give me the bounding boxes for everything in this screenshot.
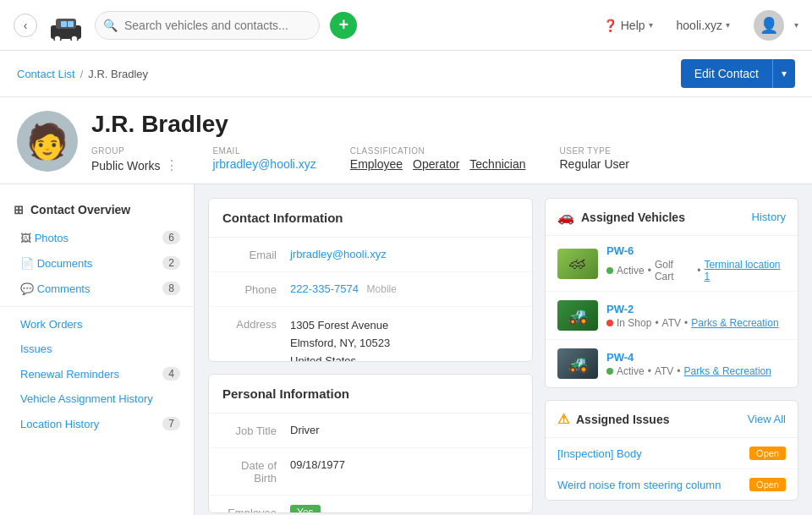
- truck-icon: 🚗: [557, 209, 574, 225]
- domain-button[interactable]: hooli.xyz ▾: [677, 19, 730, 32]
- add-button[interactable]: +: [330, 12, 357, 39]
- vehicle-thumb-pw4: 🚜: [557, 348, 598, 379]
- location-link-pw4[interactable]: Parks & Recreation: [684, 365, 771, 377]
- chevron-down-icon: ▾: [726, 20, 730, 30]
- vehicle-meta-pw6: Active • Golf Cart • Terminal location 1: [606, 259, 786, 282]
- profile-info: J.R. Bradley GROUP Public Works ⋮ EMAIL …: [91, 111, 795, 184]
- user-avatar[interactable]: 👤: [754, 10, 784, 41]
- sidebar-item-documents[interactable]: 📄 Documents 2: [0, 250, 194, 276]
- vehicle-info-pw4: PW-4 Active • ATV • Parks & Recreation: [606, 351, 786, 377]
- edit-contact-button[interactable]: Edit Contact: [681, 59, 772, 88]
- sidebar-comments-count: 8: [162, 282, 180, 295]
- profile-meta: GROUP Public Works ⋮ EMAIL jrbradley@hoo…: [91, 146, 795, 173]
- phone-field-label: Phone: [222, 283, 290, 296]
- issue-link-1[interactable]: Weird noise from steering column: [557, 479, 721, 491]
- classification-technician[interactable]: Technician: [469, 157, 525, 171]
- profile-avatar: 🧑: [17, 111, 78, 172]
- email-link[interactable]: jrbradley@hooli.xyz: [212, 157, 315, 171]
- issue-link-0[interactable]: [Inspection] Body: [557, 447, 642, 460]
- dob-row: Date of Birth 09/18/1977: [209, 448, 532, 496]
- chevron-down-icon: ▾: [649, 20, 653, 30]
- view-all-link[interactable]: View All: [748, 413, 786, 425]
- address-line2: Elmsford, NY, 10523: [290, 335, 518, 353]
- profile-header: 🧑 J.R. Bradley GROUP Public Works ⋮ EMAI…: [0, 97, 812, 184]
- contact-info-title: Contact Information: [209, 199, 532, 238]
- sidebar-location-count: 7: [162, 417, 180, 430]
- more-icon[interactable]: ⋮: [165, 157, 178, 173]
- sidebar-photos-label: 🖼 Photos: [20, 232, 69, 244]
- left-column: Contact Information Email jrbradley@hool…: [208, 198, 533, 513]
- sidebar-item-location-history[interactable]: Location History 7: [0, 411, 194, 436]
- phone-link[interactable]: 222-335-7574: [290, 282, 359, 295]
- sidebar-photos-count: 6: [162, 231, 180, 244]
- right-column: 🚗 Assigned Vehicles History 🏎 PW-6 Activ…: [545, 198, 798, 513]
- edit-contact-button-group[interactable]: Edit Contact ▾: [681, 59, 795, 88]
- group-label: GROUP: [91, 146, 178, 156]
- employee-field-value: Yes: [290, 506, 518, 513]
- address-field-value: 1305 Forest Avenue Elmsford, NY, 10523 U…: [290, 317, 518, 362]
- sidebar-renewal-label: Renewal Reminders: [20, 368, 119, 381]
- sidebar-documents-count: 2: [162, 256, 180, 270]
- dob-label: Date of Birth: [222, 459, 290, 485]
- sidebar-documents-label: 📄 Documents: [20, 257, 92, 270]
- assigned-issues-header: ⚠ Assigned Issues View All: [546, 401, 798, 438]
- address-line1: 1305 Forest Avenue: [290, 317, 518, 335]
- meta-group-email: EMAIL jrbradley@hooli.xyz: [212, 146, 315, 171]
- vehicle-info-pw6: PW-6 Active • Golf Cart • Terminal locat…: [606, 244, 786, 282]
- address-row: Address 1305 Forest Avenue Elmsford, NY,…: [209, 307, 532, 362]
- sidebar-item-photos[interactable]: 🖼 Photos 6: [0, 225, 194, 250]
- help-button[interactable]: ❓ Help ▾: [603, 19, 653, 32]
- sidebar: ⊞ Contact Overview 🖼 Photos 6 📄 Document…: [0, 184, 195, 515]
- sidebar-item-issues[interactable]: Issues: [0, 337, 194, 361]
- chevron-down-icon: ▾: [794, 20, 798, 30]
- location-link-pw2[interactable]: Parks & Recreation: [691, 317, 778, 329]
- svg-rect-5: [68, 21, 74, 27]
- sidebar-item-work-orders[interactable]: Work Orders: [0, 312, 194, 337]
- job-title-row: Job Title Driver: [209, 414, 532, 448]
- issue-item-0: [Inspection] Body Open: [546, 438, 798, 469]
- back-button[interactable]: ‹: [14, 14, 37, 37]
- email-value: jrbradley@hooli.xyz: [212, 157, 315, 171]
- edit-contact-dropdown-button[interactable]: ▾: [772, 59, 795, 88]
- personal-info-card: Personal Information Job Title Driver Da…: [208, 374, 533, 513]
- vehicle-thumb-pw2: 🚜: [557, 300, 598, 331]
- email-link[interactable]: jrbradley@hooli.xyz: [290, 248, 387, 260]
- sidebar-item-renewal-reminders[interactable]: Renewal Reminders 4: [0, 361, 194, 386]
- breadcrumb-current: J.R. Bradley: [88, 68, 148, 80]
- sidebar-item-comments[interactable]: 💬 Comments 8: [0, 276, 194, 301]
- status-dot-inshop: [606, 320, 613, 326]
- sidebar-comments-label: 💬 Comments: [20, 282, 90, 295]
- phone-row: Phone 222-335-7574 Mobile: [209, 272, 532, 307]
- grid-icon: ⊞: [14, 203, 24, 216]
- vehicle-name-pw6[interactable]: PW-6: [606, 244, 786, 257]
- classification-employee[interactable]: Employee: [350, 157, 403, 171]
- location-link-pw6[interactable]: Terminal location 1: [704, 259, 786, 282]
- photo-icon: 🖼: [20, 232, 31, 244]
- svg-point-3: [71, 36, 78, 41]
- classification-operator[interactable]: Operator: [413, 157, 459, 171]
- job-title-label: Job Title: [222, 425, 290, 437]
- breadcrumb-list-link[interactable]: Contact List: [17, 68, 75, 80]
- search-bar[interactable]: 🔍: [95, 11, 320, 40]
- svg-rect-4: [61, 21, 67, 27]
- breadcrumb-separator: /: [80, 68, 84, 80]
- phone-field-value: 222-335-7574 Mobile: [290, 282, 518, 295]
- search-input[interactable]: [95, 11, 320, 40]
- sidebar-item-vehicle-assignment-history[interactable]: Vehicle Assignment History: [0, 386, 194, 411]
- phone-type-label: Mobile: [367, 283, 397, 295]
- breadcrumb: Contact List / J.R. Bradley: [17, 68, 148, 80]
- content-area: Contact Information Email jrbradley@hool…: [195, 184, 812, 515]
- history-link[interactable]: History: [752, 211, 786, 223]
- warning-icon: ⚠: [557, 411, 569, 427]
- status-dot-active: [606, 267, 613, 274]
- help-icon: ❓: [603, 19, 617, 32]
- meta-group-classification: CLASSIFICATION Employee Operator Technic…: [350, 146, 526, 171]
- vehicle-name-pw4[interactable]: PW-4: [606, 351, 786, 364]
- classification-values: Employee Operator Technician: [350, 157, 526, 171]
- vehicle-name-pw2[interactable]: PW-2: [606, 303, 786, 315]
- sidebar-section-title: ⊞ Contact Overview: [0, 194, 194, 225]
- sidebar-renewal-count: 4: [162, 367, 180, 381]
- email-field-value: jrbradley@hooli.xyz: [290, 248, 518, 260]
- meta-group-user-type: USER TYPE Regular User: [559, 146, 628, 171]
- vehicle-meta-pw4: Active • ATV • Parks & Recreation: [606, 365, 786, 377]
